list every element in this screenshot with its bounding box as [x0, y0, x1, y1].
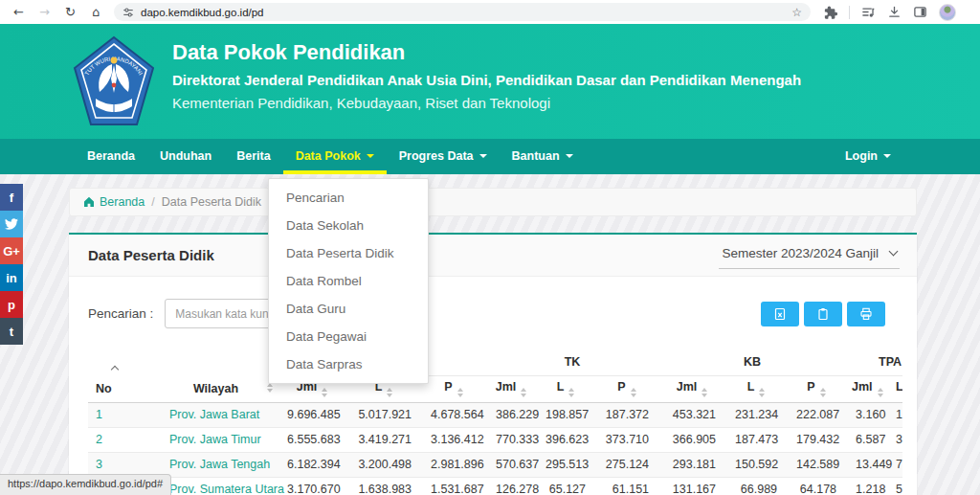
table-cell: 198.857	[536, 402, 595, 427]
media-queue-icon[interactable]	[861, 5, 876, 19]
table-cell: 373.710	[595, 427, 658, 452]
column-header-jml-9[interactable]: Jml	[846, 375, 886, 402]
panel-body: Pencarian : NoWi	[69, 277, 917, 495]
dropdown-item-data-sekolah[interactable]: Data Sekolah	[269, 212, 428, 239]
sort-icon	[457, 388, 463, 397]
excel-export-button[interactable]	[761, 302, 799, 326]
column-header-l-4[interactable]: L	[536, 375, 595, 402]
row-number-link[interactable]: 1	[88, 402, 160, 427]
dropdown-item-data-peserta-didik[interactable]: Data Peserta Didik	[269, 239, 428, 267]
panel-header: Data Peserta Didik Semester 2023/2024 Ga…	[69, 235, 917, 277]
nav-items: BerandaUnduhanBeritaData PokokProgres Da…	[75, 139, 586, 174]
dropdown-item-data-sarpras[interactable]: Data Sarpras	[269, 350, 428, 378]
table-cell: 396.623	[536, 427, 595, 452]
profile-avatar[interactable]	[939, 4, 956, 21]
chevron-down-icon	[367, 154, 374, 158]
sort-icon	[322, 388, 327, 397]
breadcrumb: Beranda / Data Peserta Didik	[69, 188, 917, 216]
sort-icon	[702, 388, 707, 397]
table-cell: 13.449	[846, 452, 886, 477]
nav-item-berita[interactable]: Berita	[224, 139, 282, 174]
table-cell: 4.678.564	[421, 402, 486, 427]
table-cell: 5	[886, 477, 902, 495]
sort-icon	[820, 388, 826, 397]
url-text[interactable]: dapo.kemdikbud.go.id/pd	[141, 7, 785, 18]
twitter-icon[interactable]	[0, 211, 23, 237]
column-group-kb: KB	[658, 349, 846, 375]
table-cell: 3.5	[886, 427, 902, 452]
table-cell: 386.229	[486, 402, 536, 427]
table-cell: 3.160	[846, 402, 886, 427]
table-cell: 9.696.485	[278, 402, 346, 427]
download-icon[interactable]	[887, 5, 902, 19]
column-header-p-8[interactable]: P	[787, 375, 846, 402]
column-header-jml-6[interactable]: Jml	[658, 375, 725, 402]
reload-icon[interactable]: ↻	[57, 0, 83, 24]
column-header-l-10[interactable]: L	[886, 375, 902, 402]
chevron-down-icon	[566, 154, 573, 158]
dropdown-item-pencarian[interactable]: Pencarian	[269, 184, 428, 212]
pinterest-icon[interactable]: p	[0, 291, 23, 318]
data-table-wrapper[interactable]: NoWilayahTKKBTPAJmlLPJmlLPJmlLPJmlL1Prov…	[88, 349, 902, 495]
site-settings-icon[interactable]	[122, 7, 134, 18]
dropdown-item-data-guru[interactable]: Data Guru	[269, 295, 428, 323]
dropdown-item-data-rombel[interactable]: Data Rombel	[269, 267, 428, 295]
table-cell: 126.278	[486, 477, 536, 495]
tumblr-icon[interactable]: t	[0, 318, 23, 345]
table-cell: 66.989	[725, 477, 787, 495]
nav-item-bantuan[interactable]: Bantuan	[500, 139, 586, 174]
chevron-down-icon	[479, 154, 487, 158]
home-icon	[83, 196, 95, 208]
table-row: 1Prov. Jawa Barat9.696.4855.017.9214.678…	[88, 402, 902, 427]
province-link[interactable]: Prov. Sumatera Utara	[160, 477, 278, 495]
main-nav: BerandaUnduhanBeritaData PokokProgres Da…	[0, 139, 980, 174]
column-header-wilayah[interactable]: Wilayah	[160, 349, 278, 402]
chevron-down-icon	[889, 246, 899, 256]
province-link[interactable]: Prov. Jawa Tengah	[160, 452, 278, 477]
sort-icon	[568, 388, 574, 397]
print-button[interactable]	[847, 302, 885, 326]
site-title: Data Pokok Pendidikan	[172, 40, 405, 65]
column-header-p-5[interactable]: P	[595, 375, 658, 402]
facebook-icon[interactable]: f	[0, 184, 23, 211]
table-cell: 366.905	[658, 427, 725, 452]
browser-actions	[823, 4, 961, 21]
google-plus-icon[interactable]: G+	[0, 237, 23, 264]
page-background: Beranda / Data Peserta Didik Data Pesert…	[0, 174, 980, 495]
linkedin-icon[interactable]: in	[0, 264, 23, 291]
excel-export-icon	[773, 307, 787, 321]
row-number-link[interactable]: 2	[88, 427, 160, 452]
table-cell: 131.167	[658, 477, 725, 495]
extensions-icon[interactable]	[823, 5, 837, 19]
province-link[interactable]: Prov. Jawa Barat	[160, 402, 278, 427]
column-header-jml-3[interactable]: Jml	[486, 375, 536, 402]
copy-clipboard-button[interactable]	[804, 302, 842, 326]
forward-icon[interactable]: →	[32, 0, 57, 24]
column-header-l-7[interactable]: L	[725, 375, 787, 402]
nav-item-progres-data[interactable]: Progres Data	[387, 139, 500, 174]
dropdown-item-data-pegawai[interactable]: Data Pegawai	[269, 323, 428, 350]
table-cell: 3.170.670	[278, 477, 346, 495]
home-icon[interactable]: ⌂	[83, 0, 109, 24]
address-bar[interactable]: dapo.kemdikbud.go.id/pd ☆	[114, 3, 811, 21]
nav-login[interactable]: Login	[833, 139, 903, 174]
column-header-p-2[interactable]: P	[421, 375, 486, 402]
breadcrumb-home-link[interactable]: Beranda	[83, 195, 145, 209]
site-agency: Kementerian Pendidikan, Kebudayaan, Rise…	[172, 95, 550, 111]
column-header-no[interactable]: No	[88, 349, 160, 402]
sort-asc-icon	[111, 366, 119, 373]
nav-item-data-pokok[interactable]: Data Pokok	[283, 139, 387, 174]
back-icon[interactable]: ←	[6, 0, 32, 24]
province-link[interactable]: Prov. Jawa Timur	[160, 427, 278, 452]
table-cell: 770.333	[486, 427, 536, 452]
side-panel-icon[interactable]	[913, 5, 927, 19]
page-title: Data Peserta Didik	[88, 247, 214, 263]
table-cell: 1.531.687	[421, 477, 486, 495]
data-pokok-dropdown: PencarianData SekolahData Peserta DidikD…	[268, 178, 429, 384]
semester-select[interactable]: Semester 2023/2024 Ganjil	[719, 242, 900, 269]
chevron-down-icon	[883, 154, 891, 158]
sort-icon	[387, 388, 392, 397]
nav-item-unduhan[interactable]: Unduhan	[147, 139, 224, 174]
bookmark-star-icon[interactable]: ☆	[791, 6, 802, 19]
nav-item-beranda[interactable]: Beranda	[75, 139, 147, 174]
